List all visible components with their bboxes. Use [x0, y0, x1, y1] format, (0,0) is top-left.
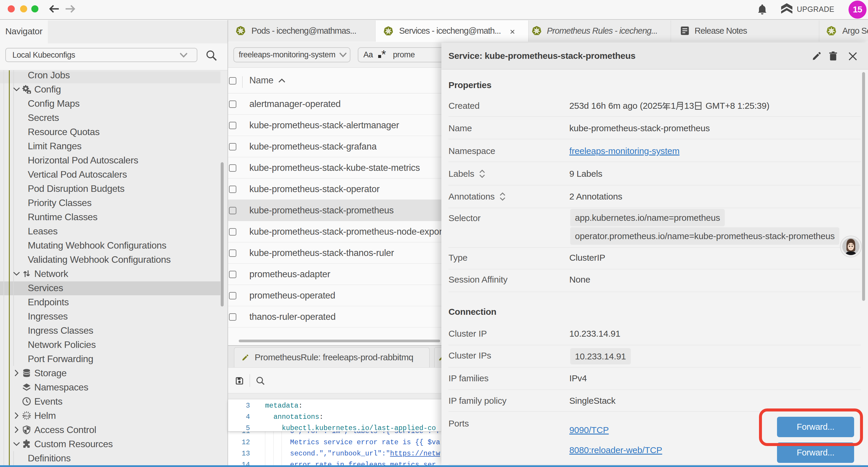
- svg-text:HELM: HELM: [23, 414, 30, 417]
